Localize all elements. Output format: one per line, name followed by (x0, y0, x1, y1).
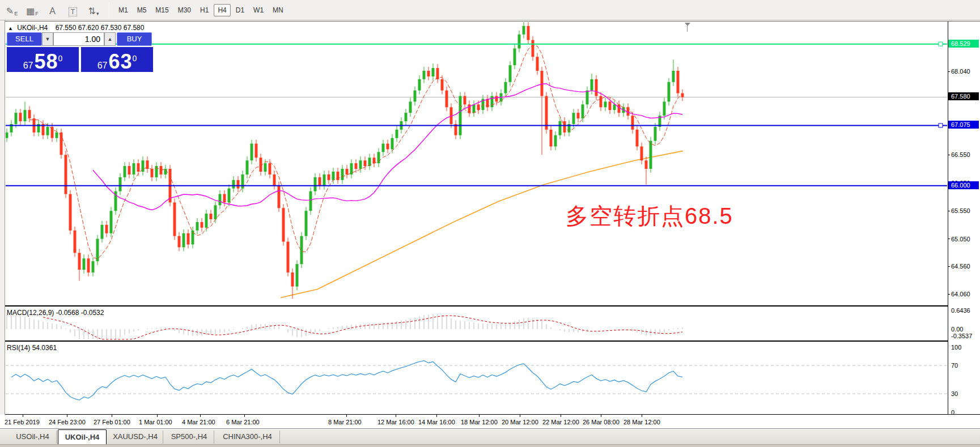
toolbar-separator (109, 2, 109, 18)
chart-tab-usoilh4[interactable]: USOil-,H4 (9, 431, 57, 444)
buy-button[interactable]: BUY (117, 32, 152, 46)
volume-input[interactable]: 1.00 (53, 32, 104, 46)
chart-tab-ukoilh4[interactable]: UKOil-,H4 (58, 429, 107, 444)
date-tick-mark (561, 415, 561, 417)
panel-separator[interactable] (5, 340, 948, 342)
date-label: 27 Feb 01:00 (94, 419, 130, 425)
sell-price-sup: 0 (58, 54, 63, 62)
date-tick-mark (436, 415, 437, 417)
chart-shift-marker-line (687, 23, 688, 32)
price-tick-label: 64.560 (951, 263, 970, 270)
price-tick-label: 65.050 (951, 236, 970, 242)
macd-panel-canvas[interactable] (6, 306, 948, 340)
trading-platform-window: ✎E▦FAT⇅▾ M1M5M15M30H1H4D1W1MN ▲ UKOil-,H… (0, 0, 980, 447)
date-label: 6 Mar 21:00 (226, 419, 260, 425)
hline-blue-67075-handle[interactable] (939, 124, 943, 127)
timeframe-mn-button[interactable]: MN (269, 4, 287, 16)
text-a-icon[interactable]: A (44, 3, 61, 18)
date-label: 26 Mar 08:00 (583, 419, 620, 425)
hline-green-68529-handle[interactable] (939, 42, 943, 46)
toolbar: ✎E▦FAT⇅▾ M1M5M15M30H1H4D1W1MN (0, 0, 980, 20)
date-label: 20 Mar 12:00 (502, 419, 538, 425)
timeframe-h1-button[interactable]: H1 (196, 4, 213, 16)
chart-tab-bar: USOil-,H4UKOil-,H4XAUUSD-,H4SP500-,H4CHI… (0, 429, 980, 447)
price-tick-label: 64.060 (951, 291, 970, 297)
date-tick-mark (642, 415, 642, 417)
timeframe-m15-button[interactable]: M15 (151, 4, 172, 16)
date-label: 12 Mar 16:00 (377, 419, 414, 425)
date-tick-mark (479, 415, 480, 417)
chart-tab-china300h4[interactable]: CHINA300-,H4 (215, 431, 280, 444)
price-badge-66000: 66.000 (948, 181, 979, 189)
left-panel-strip (0, 20, 5, 429)
buy-price-sup: 0 (133, 54, 137, 62)
date-label: 18 Mar 12:00 (461, 419, 498, 425)
price-tick-mark (948, 294, 950, 295)
panel-separator[interactable] (5, 305, 948, 306)
timeframe-m30-button[interactable]: M30 (174, 4, 195, 16)
date-label: 8 Mar 21:00 (328, 419, 362, 425)
date-tick-mark (112, 415, 112, 417)
timeframe-w1-button[interactable]: W1 (249, 4, 268, 16)
price-tick-label: 65.550 (951, 207, 970, 214)
sell-price-prefix: 67 (23, 61, 33, 70)
macd-signal-line (43, 316, 682, 339)
date-tick-mark (346, 415, 347, 417)
timeframe-d1-button[interactable]: D1 (232, 4, 248, 16)
one-click-trading-widget: SELL ▼ 1.00 ▲ BUY 67 58 0 67 63 0 (7, 32, 153, 72)
rsi-label: RSI(14) 54.0361 (7, 344, 57, 352)
date-tick-mark (67, 415, 67, 417)
date-tick-mark (200, 415, 201, 417)
timeframe-m5-button[interactable]: M5 (133, 4, 151, 16)
date-tick-mark (396, 415, 396, 417)
date-tick-mark (244, 415, 245, 417)
price-tick-mark (948, 211, 950, 211)
sell-button[interactable]: SELL (7, 32, 42, 46)
timeframe-button-group: M1M5M15M30H1H4D1W1MN (114, 4, 288, 16)
chart-tab-xauusdh4[interactable]: XAUUSD-,H4 (108, 431, 163, 444)
macd-label: MACD(12,26,9) -0.0568 -0.0532 (7, 309, 104, 317)
date-label: 22 Mar 12:00 (542, 419, 579, 425)
buy-price-prefix: 67 (97, 61, 108, 70)
rsi-axis-label: 100 (951, 344, 961, 351)
rsi-axis-label: 30 (951, 390, 958, 397)
ohlc-values: 67.550 67.620 67.530 67.580 (56, 24, 145, 32)
volume-decrease-button[interactable]: ▼ (42, 32, 53, 46)
date-label: 1 Mar 01:00 (139, 419, 172, 425)
timeframe-h4-button[interactable]: H4 (214, 4, 230, 16)
date-tick-mark (520, 415, 520, 417)
quote-bar: ▲ UKOil-,H4 67.550 67.620 67.530 67.580 (8, 24, 144, 32)
price-badge-68529: 68.529 (948, 40, 979, 48)
price-badge-67580: 67.580 (948, 92, 979, 100)
sell-price-display[interactable]: 67 58 0 (7, 47, 79, 72)
date-axis[interactable]: 21 Feb 201924 Feb 23:0027 Feb 01:001 Mar… (0, 415, 980, 429)
draw-pencil-e-icon[interactable]: ✎E (3, 3, 20, 18)
arrange-arrows-icon[interactable]: ⇅▾ (85, 3, 102, 18)
symbol-period-label: UKOil-,H4 (17, 24, 48, 32)
date-tick-mark (23, 415, 23, 417)
timeframe-m1-button[interactable]: M1 (114, 4, 132, 16)
grid-f-icon[interactable]: ▦F (24, 3, 41, 18)
chart-tab-sp500h4[interactable]: SP500-,H4 (164, 431, 214, 444)
price-tick-mark (948, 71, 950, 72)
date-tick-mark (601, 415, 601, 417)
buy-price-big: 63 (108, 53, 132, 70)
date-label: 24 Feb 23:00 (49, 419, 86, 425)
price-axis[interactable]: 68.04066.55066.05065.55065.05064.56064.0… (948, 22, 980, 414)
textbox-t-icon[interactable]: T (65, 3, 82, 18)
collapse-trade-panel-icon[interactable]: ▲ (8, 25, 13, 31)
buy-price-display[interactable]: 67 63 0 (81, 47, 153, 72)
chart-shift-marker-icon[interactable] (685, 23, 690, 26)
macd-axis-label: 0.00 (951, 326, 963, 333)
sell-price-big: 58 (34, 53, 58, 70)
date-tick-mark (157, 415, 158, 417)
date-label: 21 Feb 2019 (5, 419, 40, 425)
date-label: 4 Mar 21:00 (182, 419, 215, 425)
price-badge-67075: 67.075 (948, 121, 979, 129)
rsi-panel-canvas[interactable] (6, 342, 948, 414)
tab-bar-strip (0, 444, 980, 447)
volume-increase-button[interactable]: ▲ (104, 32, 116, 46)
price-tick-label: 66.550 (951, 151, 970, 158)
price-tick-mark (948, 266, 950, 267)
price-tick-mark (948, 239, 950, 239)
